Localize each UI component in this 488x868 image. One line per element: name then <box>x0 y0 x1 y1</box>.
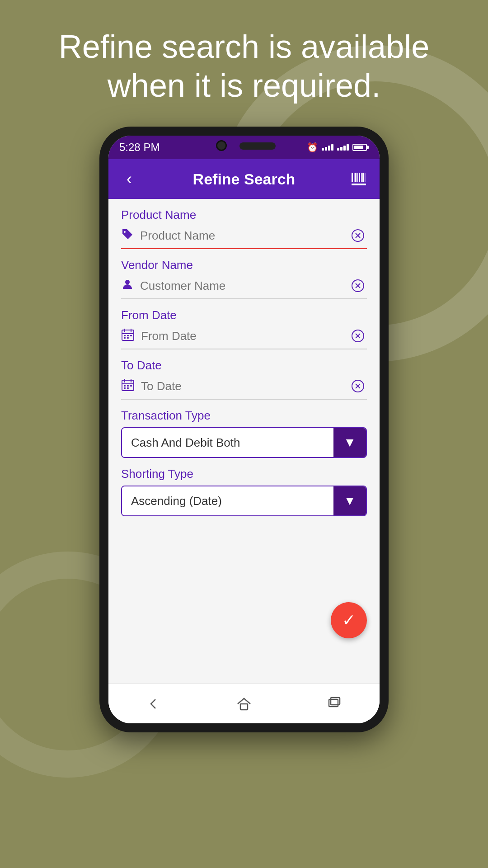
calendar-from-icon <box>121 328 135 344</box>
back-button[interactable]: ‹ <box>117 167 141 191</box>
customer-name-input[interactable] <box>140 279 349 293</box>
vendor-name-label: Vendor Name <box>121 258 367 272</box>
background-tagline: Refine search is available when it is re… <box>0 27 488 105</box>
vendor-name-clear[interactable] <box>349 277 367 295</box>
product-name-row <box>121 226 367 249</box>
svg-rect-0 <box>352 173 353 182</box>
transaction-type-value: Cash And Debit Both <box>122 428 333 457</box>
svg-rect-32 <box>124 385 126 387</box>
phone-frame: 5:28 PM ⏰ <box>99 127 389 732</box>
alarm-icon: ⏰ <box>307 142 318 153</box>
bar1 <box>337 148 339 151</box>
signal-bars-2 <box>337 144 349 151</box>
product-name-input[interactable] <box>140 229 349 243</box>
transaction-type-dropdown[interactable]: Cash And Debit Both ▼ <box>121 427 367 458</box>
transaction-type-label: Transaction Type <box>121 409 367 423</box>
bar1 <box>322 148 324 151</box>
barcode-button[interactable] <box>347 167 371 191</box>
status-time: 5:28 PM <box>119 141 160 154</box>
transaction-type-arrow[interactable]: ▼ <box>333 428 366 457</box>
from-date-label: From Date <box>121 308 367 322</box>
svg-rect-5 <box>361 173 362 182</box>
svg-rect-3 <box>357 173 358 182</box>
to-date-input[interactable] <box>141 379 349 393</box>
shorting-type-dropdown[interactable]: Ascending (Date) ▼ <box>121 486 367 516</box>
bottom-navigation <box>108 684 380 723</box>
status-icons: ⏰ <box>307 142 369 153</box>
svg-rect-34 <box>130 385 132 387</box>
nav-back-button[interactable] <box>140 690 167 717</box>
product-name-clear[interactable] <box>349 226 367 245</box>
fab-confirm-button[interactable]: ✓ <box>331 602 367 638</box>
shorting-type-arrow[interactable]: ▼ <box>333 486 366 515</box>
phone-camera <box>216 140 227 151</box>
bar2 <box>325 147 327 151</box>
to-date-label: To Date <box>121 359 367 373</box>
svg-rect-24 <box>127 337 129 339</box>
nav-home-button[interactable] <box>230 690 258 717</box>
svg-rect-21 <box>127 335 129 336</box>
svg-rect-36 <box>127 387 129 389</box>
barcode-icon <box>351 171 367 187</box>
svg-rect-7 <box>365 173 366 182</box>
svg-rect-33 <box>127 385 129 387</box>
svg-rect-8 <box>352 184 366 185</box>
svg-point-12 <box>125 280 130 284</box>
svg-rect-40 <box>240 704 248 710</box>
shorting-type-value: Ascending (Date) <box>122 486 333 515</box>
app-title: Refine Search <box>141 170 347 188</box>
svg-rect-23 <box>124 337 126 339</box>
to-date-clear[interactable] <box>349 377 367 395</box>
bar4 <box>331 144 333 151</box>
from-date-input[interactable] <box>141 329 349 343</box>
svg-rect-1 <box>354 173 355 182</box>
bar4 <box>347 144 349 151</box>
phone-speaker <box>239 142 276 150</box>
tag-icon <box>121 228 134 244</box>
svg-rect-20 <box>124 335 126 336</box>
bar3 <box>343 146 346 151</box>
person-icon <box>121 278 134 294</box>
svg-rect-2 <box>355 173 357 182</box>
svg-rect-4 <box>359 173 360 182</box>
from-date-clear[interactable] <box>349 327 367 345</box>
bar3 <box>328 146 330 151</box>
signal-bars-1 <box>322 144 333 151</box>
from-date-row <box>121 327 367 349</box>
svg-rect-6 <box>362 173 364 182</box>
product-name-label: Product Name <box>121 208 367 222</box>
nav-recent-button[interactable] <box>321 690 348 717</box>
battery-icon <box>352 144 369 151</box>
shorting-type-label: Shorting Type <box>121 467 367 481</box>
checkmark-icon: ✓ <box>342 611 356 630</box>
calendar-to-icon <box>121 378 135 395</box>
svg-rect-22 <box>130 335 132 336</box>
to-date-row <box>121 377 367 400</box>
svg-rect-35 <box>124 387 126 389</box>
phone-screen: 5:28 PM ⏰ <box>108 136 380 723</box>
bar2 <box>340 147 343 151</box>
app-bar: ‹ Refine Search <box>108 159 380 199</box>
vendor-name-row <box>121 277 367 299</box>
